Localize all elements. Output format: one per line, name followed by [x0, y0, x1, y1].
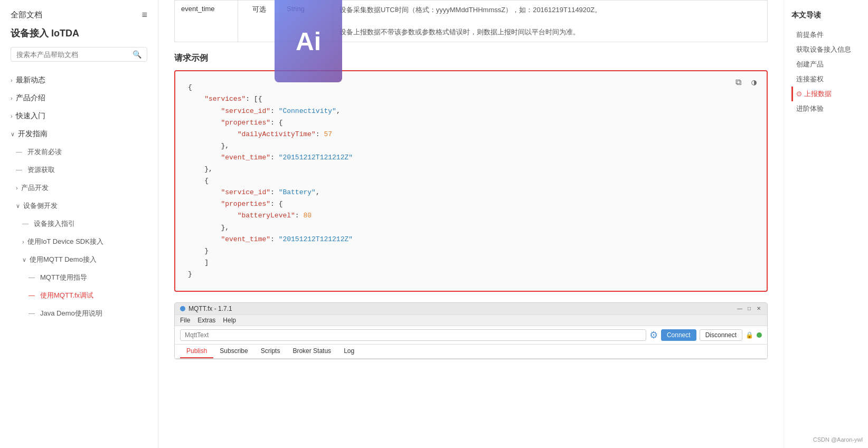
code-line: "service_id": "Connectivity", — [188, 106, 756, 117]
sidebar-item-resource-access[interactable]: — 资源获取 — [0, 161, 158, 179]
menu-file[interactable]: File — [180, 317, 190, 324]
arrow-icon: › — [22, 239, 24, 245]
dash-icon: — — [16, 148, 22, 156]
mqtt-tab-scripts[interactable]: Scripts — [254, 345, 287, 358]
param-table: event_time 可选 String 设备采集数据UTC时间（格式：yyyy… — [174, 0, 768, 42]
param-name: event_time — [175, 1, 238, 42]
arrow-icon: › — [11, 95, 13, 101]
toc-item-get-access-info[interactable]: 获取设备接入信息 — [791, 42, 861, 57]
mqtt-titlebar-controls: — □ ✕ — [737, 306, 762, 312]
mqtt-logo-circle — [180, 306, 185, 311]
mqtt-title: MQTT.fx - 1.7.1 — [188, 305, 232, 312]
toc-active-dot: ⊙ — [796, 90, 802, 98]
maximize-icon[interactable]: □ — [746, 306, 752, 312]
code-line: }, — [188, 164, 756, 175]
sidebar-item-dev-guide[interactable]: ∨ 开发指南 — [0, 125, 158, 143]
sidebar-item-latest-updates[interactable]: › 最新动态 — [0, 71, 158, 89]
close-icon[interactable]: ✕ — [756, 306, 762, 312]
mqtt-lock-icon: 🔒 — [746, 331, 753, 339]
mqtt-tabs: Publish Subscribe Scripts Broker Status … — [175, 345, 767, 359]
code-line: "service_id": "Battery", — [188, 187, 756, 198]
toc-title: 本文导读 — [791, 11, 861, 20]
sidebar-item-iot-device-sdk[interactable]: › 使用IoT Device SDK接入 — [0, 233, 158, 251]
mqtt-status-dot — [757, 332, 762, 338]
sidebar-item-device-side-dev[interactable]: ∨ 设备侧开发 — [0, 197, 158, 215]
toc-item-auth[interactable]: 连接鉴权 — [791, 72, 861, 87]
toc-item-advanced[interactable]: 进阶体验 — [791, 101, 861, 116]
param-description: 设备采集数据UTC时间（格式：yyyyMMddTHHmmssZ），如：20161… — [333, 1, 768, 42]
product-title: 设备接入 IoTDA — [0, 27, 158, 47]
search-input[interactable] — [16, 51, 133, 59]
mqtt-settings-icon[interactable]: ⚙ — [649, 329, 658, 341]
code-line: "services": [{ — [188, 93, 756, 105]
menu-icon[interactable]: ≡ — [141, 9, 147, 21]
sidebar-item-device-access-guide[interactable]: — 设备接入指引 — [0, 215, 158, 233]
mqtt-titlebar: MQTT.fx - 1.7.1 — □ ✕ — [175, 303, 767, 314]
mqtt-server-input[interactable] — [180, 329, 646, 341]
code-line: { — [188, 175, 756, 187]
code-line: "dailyActivityTime": 57 — [188, 129, 756, 140]
dash-icon: — — [29, 274, 35, 281]
sidebar-item-product-intro[interactable]: › 产品介绍 — [0, 89, 158, 107]
csdn-watermark: CSDN @Aaron-ywl — [813, 436, 863, 443]
arrow-icon: › — [11, 113, 13, 119]
search-box: 🔍 — [11, 47, 147, 62]
mqtt-tab-subscribe[interactable]: Subscribe — [213, 345, 254, 358]
code-line: } — [188, 269, 756, 280]
arrow-icon: ∨ — [16, 203, 20, 209]
mqtt-screenshot: MQTT.fx - 1.7.1 — □ ✕ File Extras Help ⚙… — [174, 302, 768, 359]
menu-help[interactable]: Help — [223, 317, 236, 324]
request-example-title: 请求示例 — [174, 53, 768, 64]
sidebar-item-mqtt-guide[interactable]: — MQTT使用指导 — [0, 269, 158, 287]
copy-icon[interactable]: ⧉ — [732, 77, 744, 89]
dash-icon: — — [22, 220, 29, 227]
menu-extras[interactable]: Extras — [197, 317, 215, 324]
mqtt-disconnect-button[interactable]: Disconnect — [700, 329, 742, 341]
code-line: "properties": { — [188, 117, 756, 129]
arrow-icon: › — [11, 77, 13, 83]
mqtt-titlebar-left: MQTT.fx - 1.7.1 — [180, 305, 232, 312]
sidebar-item-java-demo[interactable]: — Java Demo使用说明 — [0, 304, 158, 322]
mqtt-connect-button[interactable]: Connect — [661, 329, 696, 341]
code-line: }, — [188, 222, 756, 234]
arrow-icon: › — [16, 185, 18, 191]
mqtt-tab-broker-status[interactable]: Broker Status — [286, 345, 337, 358]
sidebar-item-dev-prereq[interactable]: — 开发前必读 — [0, 143, 158, 161]
code-line: ] — [188, 257, 756, 269]
toc-item-report-data[interactable]: ⊙上报数据 — [791, 87, 861, 101]
ai-badge: Ai — [275, 0, 342, 82]
sidebar-item-product-dev[interactable]: › 产品开发 — [0, 179, 158, 197]
dash-icon: — — [16, 166, 22, 174]
mqtt-toolbar: ⚙ Connect Disconnect 🔒 — [175, 326, 767, 345]
arrow-icon: ∨ — [22, 256, 26, 263]
main-content: event_time 可选 String 设备采集数据UTC时间（格式：yyyy… — [158, 0, 784, 448]
code-content: { "services": [{ "service_id": "Connecti… — [188, 82, 756, 280]
all-docs-title: 全部文档 — [11, 10, 42, 20]
table-row: event_time 可选 String 设备采集数据UTC时间（格式：yyyy… — [175, 1, 768, 42]
theme-icon[interactable]: ◑ — [748, 77, 760, 89]
dash-icon: — — [29, 292, 35, 299]
code-line: "batteryLevel": 80 — [188, 210, 756, 222]
dash-icon: — — [29, 310, 35, 317]
minimize-icon[interactable]: — — [737, 306, 743, 312]
mqtt-tab-publish[interactable]: Publish — [180, 345, 213, 358]
sidebar-item-mqtt-demo[interactable]: ∨ 使用MQTT Demo接入 — [0, 251, 158, 269]
code-line: { — [188, 82, 756, 93]
arrow-icon: ∨ — [11, 131, 15, 138]
search-icon[interactable]: 🔍 — [133, 50, 141, 59]
sidebar-item-quick-start[interactable]: › 快速入门 — [0, 107, 158, 125]
sidebar-header: 全部文档 ≡ — [0, 0, 158, 27]
code-line: } — [188, 245, 756, 257]
code-line: }, — [188, 140, 756, 152]
mqtt-tab-log[interactable]: Log — [337, 345, 361, 358]
code-line: "event_time": "20151212T121212Z" — [188, 234, 756, 245]
code-line: "event_time": "20151212T121212Z" — [188, 152, 756, 164]
code-icons: ⧉ ◑ — [732, 77, 760, 89]
toc-item-create-product[interactable]: 创建产品 — [791, 57, 861, 72]
mqtt-menubar: File Extras Help — [175, 314, 767, 326]
toc-item-prereq[interactable]: 前提条件 — [791, 27, 861, 42]
sidebar-item-mqtt-fx-debug[interactable]: — 使用MQTT.fx调试 — [0, 287, 158, 304]
param-optional: 可选 — [238, 1, 280, 42]
toc: 本文导读 前提条件 获取设备接入信息 创建产品 连接鉴权 ⊙上报数据 进阶体验 — [784, 0, 868, 448]
code-line: "properties": { — [188, 198, 756, 210]
